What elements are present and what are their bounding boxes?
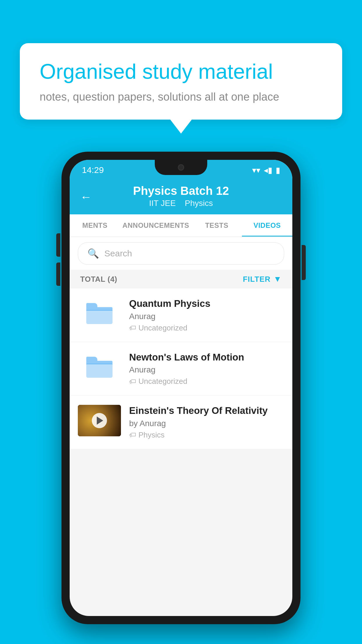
video-author: by Anurag [129,419,284,428]
video-info: Quantum Physics Anurag 🏷 Uncategorized [129,298,284,332]
video-title: Einstein's Theory Of Relativity [129,405,284,416]
tag-icon: 🏷 [129,377,136,386]
play-triangle-icon [97,416,103,425]
filter-funnel-icon: ▼ [273,274,282,284]
search-input[interactable]: Search [104,249,132,258]
header-subtitle: IIT JEE Physics [80,199,282,208]
speech-bubble-container: Organised study material notes, question… [20,43,342,120]
tab-ments[interactable]: MENTS [70,214,120,237]
header-title: Physics Batch 12 [80,184,282,197]
tag-icon: 🏷 [129,324,136,332]
app-header: ← Physics Batch 12 IIT JEE Physics [70,179,292,214]
video-title: Quantum Physics [129,298,284,309]
tag-text: Uncategorized [138,323,187,332]
camera [178,164,184,171]
search-icon: 🔍 [87,248,99,259]
list-item[interactable]: Einstein's Theory Of Relativity by Anura… [70,396,292,449]
folder-icon-container [78,351,121,383]
filter-bar: TOTAL (4) FILTER ▼ [70,270,292,288]
bubble-subtitle: notes, question papers, solutions all at… [40,91,322,103]
phone-frame: 14:29 ▾▾ ◂▮ ▮ ← Physics Batch 12 IIT JEE… [61,152,301,624]
notch [155,160,207,175]
volume-up-button [56,233,60,257]
filter-button[interactable]: FILTER ▼ [243,274,282,284]
status-icons: ▾▾ ◂▮ ▮ [252,165,280,175]
back-button[interactable]: ← [80,190,92,203]
signal-icon: ◂▮ [264,165,272,175]
volume-down-button [56,262,60,286]
battery-icon: ▮ [276,165,280,175]
video-title: Newton's Laws of Motion [129,351,284,363]
video-tag: 🏷 Uncategorized [129,377,284,386]
video-thumbnail [78,405,121,436]
header-tag1: IIT JEE [149,199,176,208]
tag-icon: 🏷 [129,431,136,439]
header-tag2: Physics [185,199,213,208]
video-info: Newton's Laws of Motion Anurag 🏷 Uncateg… [129,351,284,386]
phone-screen: 14:29 ▾▾ ◂▮ ▮ ← Physics Batch 12 IIT JEE… [70,160,292,616]
video-author: Anurag [129,365,284,374]
status-time: 14:29 [82,165,104,175]
video-info: Einstein's Theory Of Relativity by Anura… [129,405,284,440]
search-container: 🔍 Search [70,237,292,270]
play-button[interactable] [92,413,107,428]
search-bar[interactable]: 🔍 Search [78,242,284,265]
tab-announcements[interactable]: ANNOUNCEMENTS [120,214,191,237]
tag-text: Physics [138,430,165,440]
list-item[interactable]: Quantum Physics Anurag 🏷 Uncategorized [70,288,292,342]
video-list: Quantum Physics Anurag 🏷 Uncategorized [70,288,292,449]
filter-label: FILTER [243,275,270,284]
power-button [302,245,306,280]
video-tag: 🏷 Physics [129,430,284,440]
tag-text: Uncategorized [138,377,187,386]
video-author: Anurag [129,312,284,321]
tabs-container: MENTS ANNOUNCEMENTS TESTS VIDEOS [70,214,292,237]
folder-icon-container [78,298,121,329]
tab-videos[interactable]: VIDEOS [242,214,292,237]
bubble-title: Organised study material [40,60,322,84]
list-item[interactable]: Newton's Laws of Motion Anurag 🏷 Uncateg… [70,342,292,396]
video-tag: 🏷 Uncategorized [129,323,284,332]
folder-icon [86,303,113,324]
speech-bubble: Organised study material notes, question… [20,43,342,120]
tab-tests[interactable]: TESTS [191,214,242,237]
folder-icon [86,357,113,378]
wifi-icon: ▾▾ [252,165,260,175]
by-prefix: by [129,419,140,428]
total-count: TOTAL (4) [80,275,117,284]
phone-mockup: 14:29 ▾▾ ◂▮ ▮ ← Physics Batch 12 IIT JEE… [61,152,301,624]
